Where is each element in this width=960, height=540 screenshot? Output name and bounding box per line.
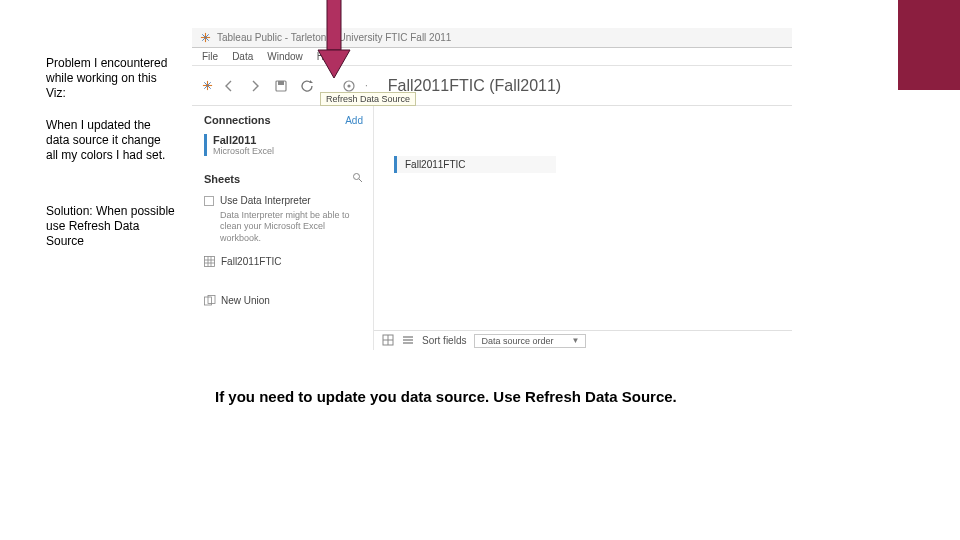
menubar: File Data Window Help (192, 48, 792, 66)
svg-rect-11 (278, 81, 284, 85)
list-view-icon[interactable] (402, 334, 414, 348)
sheet-item-label: Fall2011FTIC (221, 256, 282, 267)
note-problem: Problem I encountered while working on t… (46, 56, 176, 101)
connection-item[interactable]: Fall2011 Microsoft Excel (204, 134, 363, 156)
canvas-pane: Fall2011FTIC Sort fields Data source ord… (374, 106, 792, 350)
data-interpreter-checkbox[interactable] (204, 196, 214, 206)
note-solution: Solution: When possible use Refresh Data… (46, 204, 176, 249)
chevron-down-icon: ▼ (572, 336, 580, 345)
caption: If you need to update you data source. U… (215, 388, 677, 405)
back-button[interactable] (219, 76, 239, 96)
fields-toolbar: Sort fields Data source order ▼ (374, 330, 792, 350)
note-detail: When I updated the data source it change… (46, 118, 176, 163)
menu-file[interactable]: File (202, 51, 218, 62)
forward-button[interactable] (245, 76, 265, 96)
connection-subtype: Microsoft Excel (213, 146, 363, 156)
refresh-tooltip: Refresh Data Source (320, 92, 416, 106)
tableau-screenshot: Tableau Public - Tarleton S University F… (192, 28, 792, 350)
search-icon[interactable] (352, 172, 363, 185)
data-pane: Connections Add Fall2011 Microsoft Excel… (192, 106, 374, 350)
menu-window[interactable]: Window (267, 51, 303, 62)
svg-point-15 (354, 174, 360, 180)
svg-marker-1 (318, 50, 350, 78)
menu-data[interactable]: Data (232, 51, 253, 62)
window-titlebar: Tableau Public - Tarleton S University F… (192, 28, 792, 48)
connection-name: Fall2011 (213, 134, 363, 146)
joined-table[interactable]: Fall2011FTIC (394, 156, 556, 173)
toolbar: Refresh Data Source · Fall2011FTIC (Fall… (192, 66, 792, 106)
sort-fields-label: Sort fields (422, 335, 466, 346)
new-union[interactable]: New Union (204, 295, 363, 306)
tableau-logo-icon[interactable] (202, 80, 213, 91)
new-union-label: New Union (221, 295, 270, 306)
joined-table-label: Fall2011FTIC (405, 159, 466, 170)
svg-line-16 (359, 179, 362, 182)
svg-marker-12 (310, 80, 313, 83)
svg-rect-0 (327, 0, 341, 50)
grid-view-icon[interactable] (382, 334, 394, 348)
sheets-label: Sheets (204, 173, 240, 185)
connections-label: Connections (204, 114, 271, 126)
add-connection-link[interactable]: Add (345, 115, 363, 126)
union-icon (204, 295, 215, 306)
save-icon[interactable] (271, 76, 291, 96)
sort-fields-dropdown[interactable]: Data source order ▼ (474, 334, 586, 348)
sort-fields-value: Data source order (481, 336, 553, 346)
refresh-icon[interactable] (297, 76, 317, 96)
pointer-arrow (316, 0, 352, 80)
data-interpreter-help: Data Interpreter might be able to clean … (220, 210, 363, 244)
sheet-icon (204, 256, 215, 267)
svg-rect-17 (205, 256, 215, 266)
svg-point-14 (347, 84, 350, 87)
sheet-item[interactable]: Fall2011FTIC (204, 256, 363, 267)
data-interpreter-label: Use Data Interpreter (220, 195, 311, 206)
accent-block (898, 0, 960, 90)
tableau-logo-icon (200, 32, 211, 43)
